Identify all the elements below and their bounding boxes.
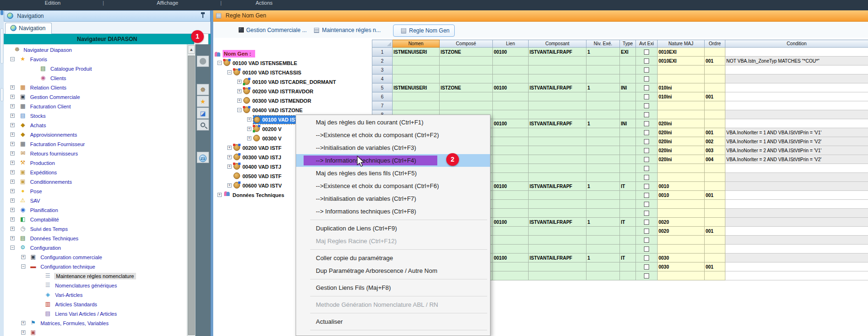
- expand-icon[interactable]: +: [10, 189, 15, 193]
- avt-exi-checkbox[interactable]: [644, 58, 649, 64]
- tree-item[interactable]: −00100 VAD ISTCHASSIS: [213, 68, 372, 77]
- cell-ordre[interactable]: [705, 173, 725, 182]
- cell-niv-exe[interactable]: [587, 209, 620, 218]
- tree-item[interactable]: +00300 VAD ISTMENDOR: [213, 96, 372, 106]
- cell-lien[interactable]: [493, 173, 529, 182]
- context-menu-item[interactable]: Duplication de Liens (Ctrl+F9): [296, 222, 490, 235]
- sidebar-item[interactable]: +◷Suivi des Temps: [4, 224, 187, 234]
- expand-icon[interactable]: +: [10, 217, 15, 221]
- cell-ordre[interactable]: 001: [705, 57, 725, 66]
- expand-icon[interactable]: +: [10, 151, 15, 156]
- cell-niv-exe[interactable]: [587, 173, 620, 182]
- expand-icon[interactable]: +: [10, 114, 15, 118]
- favorites-star-icon[interactable]: ★: [197, 96, 209, 107]
- cell-niv-exe[interactable]: [587, 66, 620, 74]
- cell-composant[interactable]: [529, 155, 587, 164]
- cell-lien[interactable]: 00100: [493, 218, 529, 227]
- expand-icon[interactable]: +: [10, 132, 15, 137]
- menu-affichage[interactable]: Affichage: [157, 0, 178, 6]
- cell-condition[interactable]: [725, 83, 868, 92]
- expand-icon[interactable]: +: [10, 180, 15, 184]
- cell-lien[interactable]: [493, 110, 529, 119]
- avt-exi-checkbox[interactable]: [644, 130, 649, 135]
- cell-ordre[interactable]: 003: [705, 146, 725, 155]
- avt-exi-checkbox[interactable]: [644, 157, 649, 162]
- cell-ordre[interactable]: [705, 254, 725, 262]
- cell-nature-maj[interactable]: [658, 236, 705, 245]
- cell-condition[interactable]: [725, 48, 868, 57]
- cell-compose[interactable]: [440, 92, 493, 101]
- cell-nature-maj[interactable]: [658, 74, 705, 83]
- cell-avt-exi[interactable]: [636, 101, 658, 110]
- cell-condition[interactable]: [725, 66, 868, 74]
- cell-composant[interactable]: ISTVANTAILFRAPF: [529, 83, 587, 92]
- cell-type[interactable]: [620, 209, 636, 218]
- cell-nature-maj[interactable]: [658, 173, 705, 182]
- cell-avt-exi[interactable]: [636, 262, 658, 271]
- cell-type[interactable]: [620, 146, 636, 155]
- avt-exi-checkbox[interactable]: [644, 49, 649, 55]
- cell-niv-exe[interactable]: [587, 155, 620, 164]
- avt-exi-checkbox[interactable]: [644, 255, 649, 261]
- cell-niv-exe[interactable]: [587, 227, 620, 236]
- cell-avt-exi[interactable]: [636, 209, 658, 218]
- avt-exi-checkbox[interactable]: [644, 211, 649, 216]
- document-tab[interactable]: Gestion Commerciale ...: [234, 25, 312, 37]
- sidebar-item[interactable]: ▤Catalogue Produit: [4, 64, 187, 74]
- sidebar-item[interactable]: +▤Stocks: [4, 111, 187, 121]
- cell-avt-exi[interactable]: [636, 92, 658, 101]
- cell-avt-exi[interactable]: [636, 57, 658, 66]
- cell-condition[interactable]: VBA.InoNorIter = 1 AND VBA.IStVtlPrin = …: [725, 137, 868, 146]
- cell-compose[interactable]: [440, 57, 493, 66]
- context-menu-item[interactable]: Dup Paramétrage Arborescence / Autre Nom: [296, 264, 490, 277]
- cell-composant[interactable]: [529, 262, 587, 271]
- sidebar-item[interactable]: +◧Comptabilité: [4, 215, 187, 224]
- collapse-icon[interactable]: −: [10, 246, 15, 250]
- cell-composant[interactable]: [529, 227, 587, 236]
- expand-icon[interactable]: +: [227, 155, 232, 159]
- cell-condition[interactable]: VBA.InoNorIter = 1 AND VBA.IStVtlPrin = …: [725, 128, 868, 137]
- cell-nature-maj[interactable]: 010Ini: [658, 83, 705, 92]
- menu-edition[interactable]: Edition: [45, 0, 61, 6]
- cell-composant[interactable]: [529, 209, 587, 218]
- avt-exi-checkbox[interactable]: [644, 273, 649, 279]
- cell-nature-maj[interactable]: 020Ini: [658, 146, 705, 155]
- cell-composant[interactable]: ISTVANTAILFRAPF: [529, 182, 587, 191]
- cell-ordre[interactable]: [705, 164, 725, 173]
- dock-tab-icon[interactable]: [0, 10, 3, 15]
- expand-icon[interactable]: +: [10, 85, 15, 90]
- cell-composant[interactable]: [529, 128, 587, 137]
- cell-lien[interactable]: [493, 191, 529, 200]
- sidebar-item[interactable]: +▦Relation Clients: [4, 83, 187, 92]
- cell-type[interactable]: [620, 57, 636, 66]
- cell-lien[interactable]: [493, 262, 529, 271]
- sidebar-item[interactable]: +▣Configuration commerciale: [4, 253, 187, 262]
- cell-type[interactable]: [620, 191, 636, 200]
- context-menu-item[interactable]: Gestion Liens Fils (Maj+F8): [296, 281, 490, 294]
- document-tab[interactable]: Maintenance régles n...: [306, 25, 386, 37]
- cell-condition[interactable]: [725, 182, 868, 191]
- cell-condition[interactable]: [725, 119, 868, 128]
- document-tab[interactable]: Regle Nom Gen: [393, 25, 455, 37]
- cell-ordre[interactable]: 001: [705, 227, 725, 236]
- avt-exi-checkbox[interactable]: [644, 148, 649, 153]
- cell-nature-maj[interactable]: 0010: [658, 191, 705, 200]
- sidebar-item[interactable]: +⚑Matrices, Formules, Variables: [4, 319, 187, 328]
- cell-avt-exi[interactable]: [636, 74, 658, 83]
- cell-nomen[interactable]: [393, 66, 440, 74]
- cell-lien[interactable]: 00100: [493, 182, 529, 191]
- cell-type[interactable]: [620, 110, 636, 119]
- cell-type[interactable]: [620, 245, 636, 254]
- row-number[interactable]: 2: [372, 57, 393, 66]
- tab-navigation[interactable]: Navigation: [5, 23, 52, 34]
- cell-type[interactable]: IT: [620, 182, 636, 191]
- sidebar-item[interactable]: −⚙Configuration: [4, 243, 187, 253]
- cell-ordre[interactable]: [705, 110, 725, 119]
- cell-ordre[interactable]: [705, 271, 725, 280]
- cell-type[interactable]: [620, 137, 636, 146]
- avt-exi-checkbox[interactable]: [644, 220, 649, 225]
- context-menu-item[interactable]: --> Informations techniques (Ctrl+F8): [296, 205, 490, 218]
- cell-condition[interactable]: [725, 74, 868, 83]
- cell-nature-maj[interactable]: [658, 200, 705, 209]
- cell-avt-exi[interactable]: [636, 83, 658, 92]
